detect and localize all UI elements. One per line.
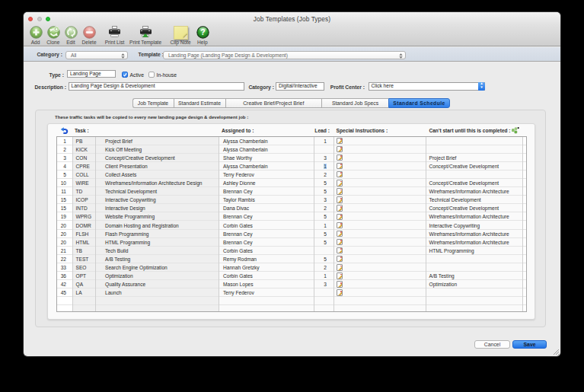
- svg-text:?: ?: [200, 27, 205, 37]
